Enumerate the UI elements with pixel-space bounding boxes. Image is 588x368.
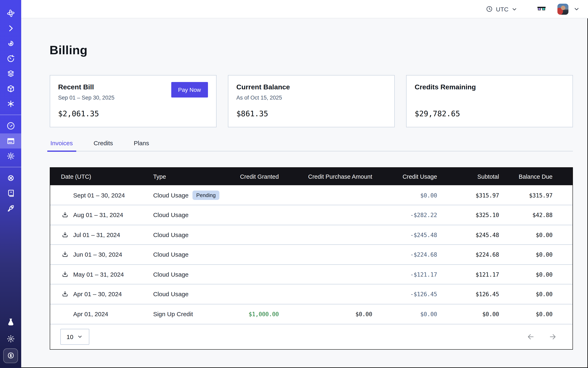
invoice-date: Apr 01, 2024 [73, 311, 108, 317]
invoice-credit-usage: -$126.45 [410, 291, 437, 298]
sidebar-item-dashboard[interactable] [0, 118, 21, 133]
invoices-table-container: Date (UTC) Type Credit Granted Credit Pu… [50, 167, 573, 350]
arrow-right-icon [548, 332, 557, 341]
invoice-balance-due: $0.00 [536, 271, 552, 278]
dollar-seal-icon [6, 351, 15, 360]
invoice-balance-due: $0.00 [536, 291, 552, 298]
book-sparkle-icon [6, 188, 15, 198]
billing-page: UTC Billing Recent Bill Sep 01 – Sep 30,… [0, 0, 588, 368]
invoice-subtotal: $224.68 [476, 251, 499, 258]
invoice-row: May 01 – 31, 2024Cloud Usage-$121.17$121… [50, 264, 572, 284]
topbar: UTC [21, 0, 588, 18]
timer-icon [6, 54, 15, 63]
download-invoice-button[interactable] [61, 231, 69, 239]
billing-tabs: Invoices Credits Plans [50, 138, 573, 151]
page-size-select[interactable]: 10 [60, 329, 89, 345]
sidebar [0, 0, 21, 368]
invoice-credit-usage: $0.00 [420, 192, 437, 199]
table-header-row: Date (UTC) Type Credit Granted Credit Pu… [50, 168, 572, 185]
main-content: Billing Recent Bill Sep 01 – Sep 30, 202… [21, 18, 588, 368]
avatar[interactable] [557, 3, 569, 15]
download-invoice-button[interactable] [61, 211, 69, 219]
sidebar-item-getting-started[interactable] [0, 201, 21, 216]
invoice-subtotal: $0.00 [482, 311, 499, 317]
tab-credits[interactable]: Credits [93, 138, 114, 151]
pagination [526, 332, 572, 341]
card-amount: $2,061.35 [58, 109, 208, 119]
next-page-button[interactable] [548, 332, 557, 341]
account-menu-chevron-icon[interactable] [573, 6, 580, 12]
invoice-balance-due: $0.00 [536, 311, 552, 317]
sidebar-item-support[interactable] [0, 171, 21, 186]
invoice-type: Cloud Usage [153, 251, 188, 258]
column-header-credit-purchase: Credit Purchase Amount [284, 168, 378, 185]
gear-icon [6, 151, 15, 161]
timezone-label: UTC [496, 6, 508, 12]
invoice-type: Cloud Usage [153, 291, 188, 298]
sidebar-item-expand-sidebar[interactable] [0, 21, 21, 36]
sidebar-item-credits[interactable] [0, 347, 21, 364]
invoice-date: Aug 01 – 31, 2024 [73, 212, 123, 219]
sidebar-item-observability[interactable] [0, 36, 21, 51]
invoice-row: Apr 01, 2024Sign Up Credit$1,000.00$0.00… [50, 304, 572, 324]
chevron-right-icon [6, 24, 15, 33]
current-balance-card: Current Balance As of Oct 15, 2025 $861.… [228, 75, 395, 127]
cube-icon [6, 84, 15, 93]
column-header-balance-due: Balance Due [505, 168, 572, 185]
invoice-balance-due: $42.88 [532, 212, 552, 219]
card-title: Credits Remaining [415, 83, 564, 92]
column-header-credit-usage: Credit Usage [378, 168, 443, 185]
sidebar-item-theme-toggle[interactable] [0, 331, 21, 347]
asterisk-icon [6, 99, 15, 109]
sidebar-item-logo[interactable] [0, 6, 21, 21]
sidebar-item-packages[interactable] [0, 81, 21, 96]
download-invoice-button[interactable] [61, 270, 69, 278]
chevron-down-icon [511, 6, 517, 12]
sidebar-item-settings[interactable] [0, 148, 21, 164]
sidebar-item-layers[interactable] [0, 66, 21, 81]
invoice-subtotal: $325.10 [476, 212, 499, 219]
timezone-selector[interactable]: UTC [486, 5, 517, 13]
vision-glasses-icon[interactable] [536, 4, 547, 14]
invoice-date: May 01 – 31, 2024 [73, 271, 124, 278]
page-title: Billing [50, 43, 588, 57]
flask-icon [6, 317, 15, 327]
column-header-subtotal: Subtotal [443, 168, 505, 185]
download-invoice-button[interactable] [61, 290, 69, 298]
invoices-table: Date (UTC) Type Credit Granted Credit Pu… [50, 168, 572, 324]
summary-cards: Recent Bill Sep 01 – Sep 30, 2025 $2,061… [50, 75, 573, 127]
logo-icon [6, 9, 15, 18]
download-invoice-button[interactable] [61, 251, 69, 258]
invoice-credit-usage: -$282.22 [410, 212, 437, 219]
invoice-row: Apr 01 – 30, 2024Cloud Usage-$126.45$126… [50, 284, 572, 304]
sidebar-item-docs[interactable] [0, 186, 21, 201]
card-amount: $29,782.65 [415, 109, 564, 119]
pay-now-button[interactable]: Pay Now [171, 82, 208, 98]
column-header-date: Date (UTC) [50, 168, 148, 185]
credits-remaining-card: Credits Remaining $29,782.65 [406, 75, 573, 127]
invoice-credit-granted: $1,000.00 [249, 311, 279, 317]
tab-plans[interactable]: Plans [133, 138, 150, 151]
invoice-subtotal: $315.97 [476, 192, 499, 199]
invoice-type: Cloud Usage [153, 271, 188, 278]
sidebar-item-history[interactable] [0, 51, 21, 66]
rocket-icon [6, 203, 15, 213]
previous-page-button[interactable] [526, 332, 535, 341]
sidebar-item-functions[interactable] [0, 96, 21, 111]
invoice-credit-purchase: $0.00 [355, 311, 372, 317]
invoice-credit-usage: -$245.48 [410, 232, 437, 238]
invoice-row: Jul 01 – 31, 2024Cloud Usage-$245.48$245… [50, 225, 572, 245]
invoice-type: Cloud Usage [153, 212, 188, 219]
invoice-balance-due: $0.00 [536, 251, 552, 258]
credit-card-icon [6, 136, 15, 146]
invoice-date: Sept 01 – 30, 2024 [73, 192, 125, 199]
sidebar-item-billing[interactable] [0, 133, 21, 148]
sidebar-item-labs[interactable] [0, 314, 21, 331]
recent-bill-card: Recent Bill Sep 01 – Sep 30, 2025 $2,061… [50, 75, 216, 127]
gauge-icon [6, 121, 15, 130]
invoice-date: Apr 01 – 30, 2024 [73, 291, 122, 298]
chevron-down-icon [77, 334, 83, 340]
invoice-date: Jun 01 – 30, 2024 [73, 251, 122, 258]
tab-invoices[interactable]: Invoices [50, 138, 74, 151]
layers-icon [6, 69, 15, 78]
